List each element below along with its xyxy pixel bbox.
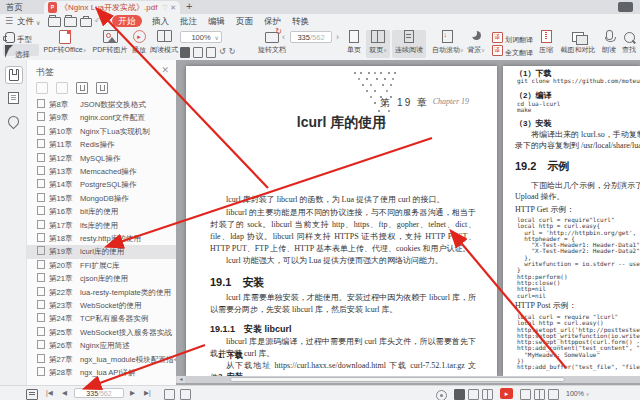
select-tool-button[interactable]: 选择	[3, 44, 39, 56]
menu-tab-annotate[interactable]: 批注	[180, 16, 197, 28]
undo-icon[interactable]: ↶	[94, 16, 102, 26]
hand-tool-button[interactable]: 手型	[3, 31, 39, 43]
bookmarks-panel-button[interactable]	[5, 66, 23, 84]
catalog-icon[interactable]	[26, 389, 38, 400]
bookmark-item[interactable]: 第28章ngx_lua API详解	[27, 366, 176, 379]
pdf-to-office-button[interactable]: PDF转Office∨	[42, 30, 88, 58]
fit-width-icon[interactable]	[193, 47, 203, 58]
window-control-icon[interactable]	[618, 2, 633, 12]
bookmark-item[interactable]: 第18章resty.http库的使用	[27, 232, 176, 245]
view-mode-continuous-icon[interactable]	[454, 389, 465, 400]
menu-icon[interactable]: ☰	[5, 16, 13, 26]
last-page-button[interactable]: ▶|	[144, 389, 151, 397]
bookmark-item[interactable]: 第17章lfs库的使用	[27, 219, 176, 232]
play-button[interactable]: ▸ 播放	[128, 30, 150, 58]
bookmark-item[interactable]: 第22章lua-resty-template类的使用	[27, 286, 176, 299]
background-button[interactable]: 背景∨	[466, 30, 486, 58]
bookmark-item[interactable]: 第26章Nginx应用简述	[27, 339, 176, 352]
bookmark-tool-icon[interactable]	[36, 82, 48, 94]
bookmark-item[interactable]: 第27章ngx_lua_module模块配置指令详解	[27, 353, 176, 366]
previous-page-icon[interactable]: ‹	[282, 31, 285, 43]
bookmark-tool-icon[interactable]	[56, 82, 68, 94]
read-layout-icon[interactable]	[534, 389, 545, 400]
pdf-page-left[interactable]: 第 19 章 Chapter 19 lcurl 库的使用 lcurl 库封装了 …	[186, 66, 497, 376]
redo-icon[interactable]: ↷	[104, 16, 112, 26]
bookmark-title: ngx_lua API详解	[80, 368, 136, 377]
bookmark-item[interactable]: 第10章Nginx下Lua实现机制	[27, 125, 176, 138]
menu-tab-page[interactable]: 页面	[236, 16, 253, 28]
bookmark-item[interactable]: 第21章cjson库的使用	[27, 272, 176, 285]
scrollbar-thumb[interactable]	[230, 377, 565, 382]
add-bookmark-page-icon[interactable]	[164, 389, 175, 400]
bookmark-item[interactable]: 第15章MongoDB操作	[27, 192, 176, 205]
bookmark-item[interactable]: 第14章PostgreSQL操作	[27, 178, 176, 191]
bookmark-item[interactable]: 第16章bit库的使用	[27, 205, 176, 218]
first-page-button[interactable]: |◀	[46, 389, 53, 397]
bookmark-item[interactable]: 第19章lcurl库的使用	[27, 245, 176, 258]
horizontal-scrollbar[interactable]: ◂	[176, 376, 640, 383]
menu-tab-convert[interactable]: 转换	[292, 16, 309, 28]
find-button[interactable]: 查找	[620, 30, 638, 58]
actual-size-icon[interactable]	[206, 47, 216, 58]
print-icon[interactable]	[80, 17, 92, 28]
next-page-button[interactable]: ▶	[130, 389, 135, 397]
thumbnails-panel-button[interactable]	[5, 90, 21, 106]
auto-scroll-button[interactable]: 自动滚动∨	[432, 30, 462, 58]
tab-home[interactable]: 首页	[6, 2, 23, 14]
fullscreen-icon[interactable]	[520, 389, 531, 400]
single-page-button[interactable]: 单页	[344, 30, 364, 58]
full-translate-button[interactable]: 全文翻译	[492, 44, 533, 56]
pin-tab-icon[interactable]: ♡	[162, 4, 168, 12]
read-aloud-button[interactable]: 朗读	[600, 30, 618, 58]
section-heading: 19.2 示例	[515, 159, 569, 174]
add-bookmark-icon[interactable]	[76, 82, 88, 94]
previous-page-button[interactable]: ◀	[62, 389, 67, 397]
view-mode-double-icon[interactable]	[482, 389, 493, 400]
pdf-page-right[interactable]: （1）下载 git clone https://github.com/moteu…	[503, 66, 640, 376]
fit-screen-icon[interactable]	[548, 389, 559, 400]
bookmark-list-icon[interactable]	[96, 82, 108, 94]
double-page-button[interactable]: 双页∨	[366, 30, 390, 58]
read-mode-button[interactable]: 阅读模式	[148, 30, 180, 58]
bookmark-item[interactable]: 第12章MySQL操作	[27, 152, 176, 165]
bookmark-item[interactable]: 第11章Redis操作	[27, 138, 176, 151]
statusbar-page-input[interactable]: 335/562	[74, 388, 124, 398]
bookmark-chapter: 第24章	[49, 312, 75, 325]
bookmark-item[interactable]: 第9章nginx.conf文件配置	[27, 111, 176, 124]
bookmark-item[interactable]: 第24章TCP私有服务器实例	[27, 312, 176, 325]
continuous-read-button[interactable]: 连续阅读	[392, 30, 426, 58]
close-panel-icon[interactable]: ✕	[161, 65, 169, 75]
statusbar-zoom-level[interactable]: 100% ∨	[566, 390, 590, 397]
menu-tab-insert[interactable]: 插入	[152, 16, 169, 28]
bookmark-item[interactable]: 第25章WebSocket接入服务器实战	[27, 326, 176, 339]
screenshot-compare-button[interactable]: 截图和对比	[558, 30, 598, 58]
scroll-left-icon[interactable]: ◂	[177, 376, 185, 383]
bookmark-item[interactable]: 第8章JSON数据交换格式	[27, 98, 176, 111]
bookmark-item[interactable]: 第20章FFI扩展C库	[27, 259, 176, 272]
word-translate-button[interactable]: 划词翻译	[492, 31, 533, 43]
bookmarks-panel: 书签 ✕ 第8章JSON数据交换格式第9章nginx.conf文件配置第10章N…	[27, 60, 177, 385]
menu-tab-edit[interactable]: 编辑	[208, 16, 225, 28]
rotate-document-icon	[265, 32, 279, 43]
tab-document[interactable]: P 《Nginx Lua开发实战》.pdf ♡ ✕	[44, 1, 180, 14]
bookmark-item[interactable]: 第23章WebSocket的使用	[27, 299, 176, 312]
fit-page-options: ↺ ↻	[180, 47, 235, 58]
zoom-input[interactable]: 100% ∨	[180, 31, 222, 43]
eye-protection-icon[interactable]	[436, 390, 447, 400]
menu-tab-home-active[interactable]: 开始	[112, 15, 142, 27]
close-tab-icon[interactable]: ✕	[170, 4, 176, 12]
fit-page-icon[interactable]	[180, 47, 190, 58]
compress-button[interactable]: 压缩	[536, 30, 556, 58]
menu-file[interactable]: 文件	[17, 16, 34, 28]
toolbar-page-input[interactable]: 335/562	[290, 31, 332, 43]
rotate-right-icon[interactable]: ↻	[229, 47, 236, 58]
view-mode-single-icon[interactable]	[468, 389, 479, 400]
rotate-left-icon[interactable]: ↺	[219, 47, 226, 58]
page-options-icon[interactable]	[180, 389, 191, 400]
annotations-panel-button[interactable]	[5, 114, 21, 130]
bookmark-item[interactable]: 第13章Memcached操作	[27, 165, 176, 178]
next-page-icon[interactable]: ›	[336, 31, 339, 43]
slideshow-play-button[interactable]: ▸	[500, 388, 513, 399]
pdf-to-image-button[interactable]: PDF转图片	[90, 30, 130, 58]
new-tab-button[interactable]: +	[186, 0, 192, 12]
